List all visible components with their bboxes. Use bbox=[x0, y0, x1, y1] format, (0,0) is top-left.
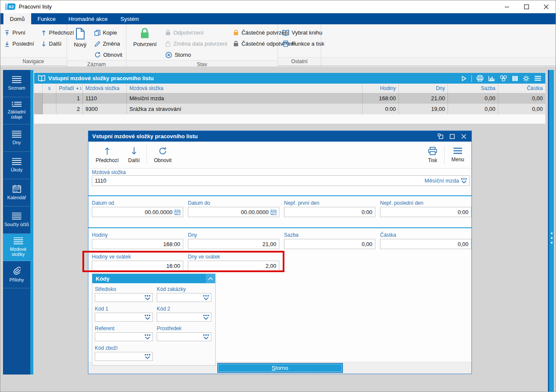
grid-panel: Vstupní mzdové složky pracovního listu s… bbox=[34, 73, 545, 124]
prostredek-field[interactable] bbox=[157, 332, 211, 341]
sidebar-item-dny[interactable]: Dny bbox=[3, 125, 30, 152]
window-title: Pracovní listy bbox=[19, 3, 52, 10]
minimize-button[interactable] bbox=[497, 0, 517, 13]
lookup-icon[interactable] bbox=[203, 315, 209, 320]
list-icon bbox=[12, 158, 22, 165]
stredisko-field[interactable] bbox=[95, 293, 153, 302]
calendar-icon[interactable] bbox=[175, 209, 180, 215]
datum-od-field[interactable]: 00.00.0000 bbox=[92, 207, 183, 217]
last-button[interactable]: Poslední bbox=[4, 38, 34, 49]
column-header-mzdova-slozka-nazev[interactable]: Mzdová složka bbox=[127, 84, 363, 93]
chart-button[interactable] bbox=[488, 75, 495, 81]
dialog-menu-button[interactable]: Menu bbox=[447, 142, 469, 168]
column-header-hodiny[interactable]: Hodiny bbox=[363, 84, 399, 93]
calendar-icon[interactable] bbox=[271, 209, 276, 215]
menu-icon bbox=[534, 75, 541, 81]
sidebar-item-mzdove-slozky[interactable]: Mzdové složky bbox=[3, 234, 33, 261]
dny-field[interactable]: 21,00 bbox=[188, 239, 279, 249]
nepr-posledni-den-field[interactable]: 0:00 bbox=[380, 207, 471, 217]
dialog-next-button[interactable]: Další bbox=[123, 142, 144, 168]
hodiny-ve-svatek-label: Hodiny ve svátek bbox=[92, 254, 183, 260]
tab-funkce[interactable]: Funkce bbox=[31, 13, 62, 24]
close-button[interactable] bbox=[536, 0, 556, 13]
ribbon-group-navigace: První Poslední Předchozí Další Navigace bbox=[0, 24, 67, 66]
change-confirm-date-button[interactable]: Změna data potvrzení bbox=[165, 38, 227, 49]
datum-do-field[interactable]: 00.00.0000 bbox=[188, 207, 279, 217]
run-script-button[interactable] bbox=[461, 75, 467, 81]
print-button[interactable] bbox=[477, 75, 483, 81]
castka-field[interactable]: 0,00 bbox=[380, 239, 471, 249]
hodiny-label: Hodiny bbox=[92, 232, 183, 238]
lookup-icon[interactable] bbox=[461, 178, 467, 183]
wage-component-name: Měsíční mzda bbox=[424, 177, 459, 184]
storno-button[interactable]: Storno bbox=[217, 363, 343, 373]
ribbon-group-ostatni: Vybrat knihu Funkce a tisk Ostatní bbox=[278, 24, 321, 66]
table-row[interactable]: 1 1110 Měsíční mzda 168:00 21,00 0,00 0,… bbox=[34, 93, 545, 104]
unconfirm-button[interactable]: Odpotvrzení bbox=[165, 27, 227, 38]
select-book-button[interactable]: Vybrat knihu bbox=[282, 27, 325, 38]
sazba-field[interactable]: 0,00 bbox=[284, 239, 375, 249]
close-icon bbox=[544, 4, 549, 9]
settings-button[interactable] bbox=[523, 75, 530, 82]
sidebar-item-seznam[interactable]: Seznam bbox=[3, 70, 30, 97]
nepr-prvni-den-field[interactable]: 0:00 bbox=[284, 207, 375, 217]
columns-button[interactable] bbox=[512, 75, 518, 81]
change-button[interactable]: Změna bbox=[94, 38, 123, 49]
dny-ve-svatek-field[interactable]: 2,00 bbox=[188, 261, 279, 271]
kody-collapse-button[interactable] bbox=[206, 274, 215, 283]
sidebar-item-soucty-uctu[interactable]: Součty účtů bbox=[3, 206, 30, 234]
sidebar-item-zakladni-udaje[interactable]: Základní údaje bbox=[3, 97, 30, 125]
list-icon bbox=[12, 212, 22, 220]
dny-label: Dny bbox=[188, 232, 279, 238]
confirm-button[interactable]: Potvrzení bbox=[131, 27, 159, 48]
referent-field[interactable] bbox=[95, 332, 153, 341]
tab-domu[interactable]: Domů bbox=[3, 13, 31, 24]
hodiny-ve-svatek-field[interactable]: 16:00 bbox=[92, 261, 183, 271]
dialog-previous-button[interactable]: Předchozí bbox=[91, 142, 123, 168]
column-header-poradi[interactable]: Pořadí ▲ 1 bbox=[56, 84, 83, 93]
tab-system[interactable]: Systém bbox=[114, 13, 145, 24]
sidebar-item-ukoly[interactable]: Úkoly bbox=[3, 152, 30, 179]
hodiny-field[interactable]: 168:00 bbox=[92, 239, 183, 249]
dialog-float-button[interactable] bbox=[438, 134, 443, 139]
kod-1-field[interactable] bbox=[95, 313, 153, 322]
storno-ribbon-button[interactable]: Storno bbox=[165, 49, 227, 60]
column-header-dny[interactable]: Dny bbox=[399, 84, 448, 93]
column-header-s[interactable]: s bbox=[43, 84, 56, 93]
copy-button[interactable]: Kopie bbox=[94, 27, 123, 38]
table-row[interactable]: 2 9300 Srážka za stravování 0:00 19,00 0… bbox=[34, 104, 545, 114]
kod-zbozi-field[interactable] bbox=[95, 352, 153, 361]
lookup-icon[interactable] bbox=[203, 334, 209, 340]
column-header-castka[interactable]: Částka bbox=[498, 84, 545, 93]
lookup-icon[interactable] bbox=[145, 354, 150, 359]
kod-2-field[interactable] bbox=[157, 313, 211, 322]
lookup-icon[interactable] bbox=[145, 334, 150, 340]
new-button[interactable]: Nový bbox=[71, 27, 89, 48]
k2-logo-icon: K2 bbox=[6, 3, 15, 10]
dialog-print-button[interactable]: Tisk bbox=[423, 142, 442, 168]
dialog-refresh-button[interactable]: Obnovit bbox=[149, 142, 176, 168]
sidebar: Seznam Základní údaje Dny Úkoly Kalendář… bbox=[3, 70, 33, 375]
first-button[interactable]: První bbox=[4, 27, 34, 38]
dialog-close-button[interactable] bbox=[461, 134, 466, 139]
column-header-mzdova-slozka-kod[interactable]: Mzdová složka bbox=[83, 84, 127, 93]
sidebar-item-prilohy[interactable]: Přílohy bbox=[3, 261, 30, 288]
dialog-maximize-button[interactable] bbox=[450, 134, 455, 139]
lookup-icon[interactable] bbox=[145, 295, 150, 300]
workflow-button[interactable] bbox=[500, 75, 507, 81]
column-header-sazba[interactable]: Sazba bbox=[448, 84, 498, 93]
kod-zakazky-field[interactable] bbox=[157, 293, 211, 302]
tab-hromadne-akce[interactable]: Hromadné akce bbox=[62, 13, 114, 24]
grid-menu-button[interactable] bbox=[534, 75, 541, 81]
sidebar-item-kalendar[interactable]: Kalendář bbox=[3, 179, 30, 206]
right-panel-splitter[interactable] bbox=[548, 70, 554, 392]
book-icon bbox=[38, 75, 45, 81]
lock-outline-icon bbox=[165, 41, 171, 47]
wage-component-field[interactable]: 1110 Měsíční mzda bbox=[92, 175, 470, 186]
functions-print-button[interactable]: Funkce a tisk bbox=[282, 38, 325, 49]
lookup-icon[interactable] bbox=[145, 315, 150, 320]
maximize-button[interactable] bbox=[517, 0, 536, 13]
lookup-icon[interactable] bbox=[203, 295, 209, 300]
arrow-down-bar-icon bbox=[4, 41, 10, 47]
refresh-button[interactable]: Obnovit bbox=[94, 49, 123, 60]
